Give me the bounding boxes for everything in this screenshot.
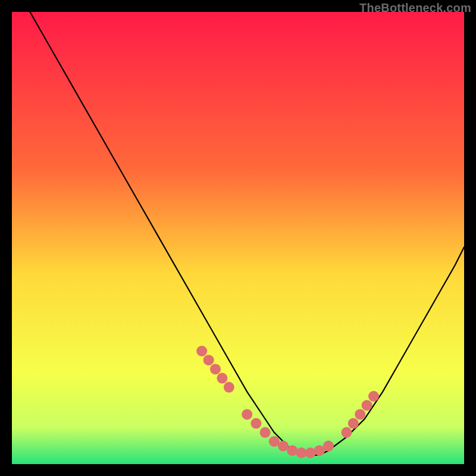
curve-dot — [287, 445, 298, 456]
curve-dot — [217, 373, 227, 384]
curve-dot — [260, 427, 271, 438]
curve-dot — [323, 441, 334, 452]
chart-frame: TheBottleneck.com — [0, 0, 476, 476]
curve-dot — [242, 409, 252, 419]
curve-dot — [224, 382, 234, 393]
curve-dot — [305, 447, 316, 458]
curve-dot — [368, 391, 379, 402]
curve-dot — [203, 355, 214, 365]
curve-dot — [341, 427, 352, 438]
gradient-background — [12, 12, 464, 464]
curve-dot — [362, 400, 372, 411]
curve-dot — [348, 418, 359, 429]
chart-svg — [12, 12, 464, 464]
plot-area — [12, 12, 464, 464]
curve-dot — [196, 346, 207, 356]
curve-dot — [210, 364, 221, 374]
watermark-text: TheBottleneck.com — [359, 1, 471, 15]
curve-dot — [355, 409, 365, 419]
curve-dot — [250, 418, 261, 429]
